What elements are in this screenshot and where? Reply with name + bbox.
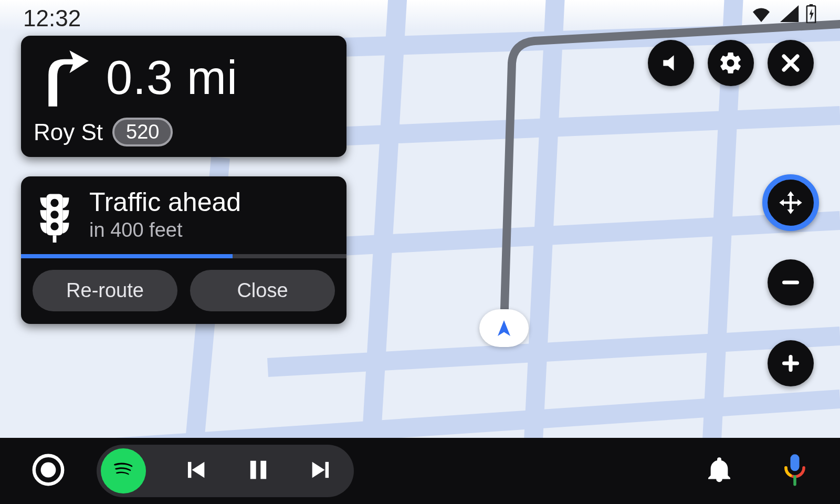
svg-rect-16 (790, 454, 799, 471)
svg-point-13 (41, 463, 56, 478)
pan-icon (777, 189, 804, 216)
settings-button[interactable] (708, 40, 754, 86)
turn-road-name: Roy St (34, 119, 103, 145)
screen: 12:32 0.3 mi Roy St 520 (0, 0, 840, 504)
svg-rect-14 (250, 461, 256, 479)
location-puck (479, 309, 529, 347)
close-alert-button[interactable]: Close (190, 270, 335, 311)
battery-charging-icon (805, 4, 817, 25)
status-icons (751, 4, 817, 25)
bell-icon (705, 477, 734, 486)
gear-icon (718, 50, 743, 76)
skip-next-icon (308, 476, 335, 485)
turn-right-icon (34, 45, 91, 110)
minus-icon (778, 270, 803, 295)
close-nav-button[interactable] (768, 40, 814, 86)
svg-rect-15 (260, 461, 266, 479)
turn-card: 0.3 mi Roy St 520 (21, 36, 346, 157)
wifi-icon (751, 5, 772, 24)
pan-button[interactable] (762, 174, 819, 231)
svg-rect-11 (789, 355, 792, 372)
launcher-button[interactable] (32, 453, 65, 489)
zoom-out-button[interactable] (768, 259, 814, 306)
svg-point-6 (50, 211, 58, 218)
svg-rect-8 (53, 235, 57, 243)
mute-button[interactable] (648, 40, 694, 86)
plus-icon (778, 351, 803, 376)
previous-track-button[interactable] (182, 456, 209, 486)
speaker-icon (659, 51, 682, 75)
voice-assistant-button[interactable] (781, 453, 808, 489)
microphone-icon (781, 479, 808, 488)
route-badge: 520 (112, 118, 173, 146)
alert-progress-fill (21, 254, 233, 258)
turn-distance: 0.3 mi (106, 54, 238, 101)
alert-card: Traffic ahead in 400 feet Re-route Close (21, 176, 346, 324)
media-controls (97, 445, 354, 497)
alert-subtitle: in 400 feet (89, 219, 332, 242)
play-pause-button[interactable] (245, 456, 272, 486)
skip-previous-icon (182, 476, 209, 485)
status-time: 12:32 (23, 5, 81, 32)
svg-point-7 (50, 222, 58, 230)
pause-icon (245, 476, 272, 485)
next-track-button[interactable] (308, 456, 335, 486)
svg-rect-3 (810, 4, 813, 6)
traffic-light-icon (36, 192, 74, 245)
zoom-in-button[interactable] (768, 340, 814, 386)
bottom-nav-bar (0, 438, 840, 504)
close-icon (779, 51, 802, 75)
alert-title: Traffic ahead (89, 188, 332, 217)
svg-rect-9 (782, 280, 799, 284)
svg-point-5 (50, 199, 58, 207)
spotify-button[interactable] (101, 448, 146, 494)
spotify-icon (108, 455, 139, 487)
reroute-button[interactable]: Re-route (33, 270, 177, 311)
cell-signal-icon (778, 5, 799, 24)
notifications-button[interactable] (705, 455, 734, 487)
alert-progress (21, 254, 346, 258)
